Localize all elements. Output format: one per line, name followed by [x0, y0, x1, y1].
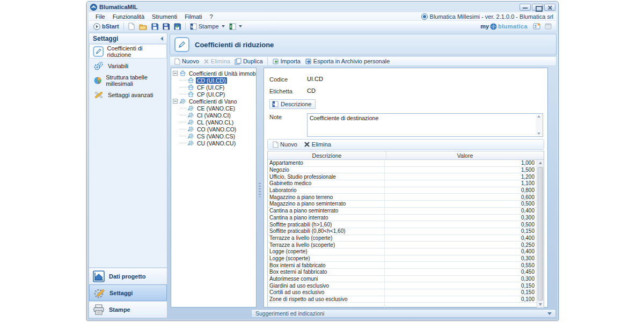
table-row[interactable]: Logge (scoperte) 0,300	[268, 255, 537, 262]
table-row[interactable]: Box esterni al fabbricato 0,450	[268, 269, 537, 276]
tree-item[interactable]: CL (VANO.CL)	[172, 119, 255, 126]
cell-valore[interactable]: 0,300	[385, 255, 537, 262]
cell-descrizione[interactable]: Magazzino a piano terreno	[268, 194, 385, 200]
cell-descrizione[interactable]: Cantina a piano seminterrato	[268, 208, 385, 214]
stampe-dropdown[interactable]: Stampe	[188, 23, 227, 31]
cell-valore[interactable]: 0,800	[385, 187, 537, 194]
cell-valore[interactable]: 0,450	[385, 269, 537, 275]
cell-valore[interactable]: 0,300	[385, 276, 537, 282]
title-bar[interactable]: BlumaticaMIL	[87, 2, 558, 11]
menu-strumenti[interactable]: Strumenti	[148, 13, 181, 20]
scroll-down-icon[interactable]	[539, 303, 542, 306]
tree-item[interactable]: CD (UI.CD)	[172, 77, 255, 84]
tree-expander-icon[interactable]	[173, 71, 178, 76]
save-export-button[interactable]	[172, 23, 183, 31]
cell-valore[interactable]: 0,250	[385, 241, 537, 248]
cell-valore[interactable]: 0,600	[385, 194, 537, 200]
table-row[interactable]: Laboratorio 0,800	[268, 187, 537, 194]
bstart-button[interactable]: bStart	[91, 23, 121, 31]
tree-item-label[interactable]: CD (UI.CD)	[196, 77, 227, 84]
table-row[interactable]: Giardini ad uso esclusivo 0,150	[268, 282, 537, 289]
duplica-button[interactable]: Duplica	[232, 57, 265, 65]
note-scrollbar[interactable]	[536, 114, 542, 136]
table-row[interactable]: Terrazze a livello (coperte) 0,400	[268, 235, 537, 242]
cell-valore[interactable]: 0,100	[385, 296, 537, 303]
table-row[interactable]: Zone di rispetto ad uso esclusivo 0,100	[268, 296, 537, 303]
table-row[interactable]: Autorimesse comuni 0,300	[268, 276, 537, 283]
elimina-button[interactable]: Elimina	[201, 57, 232, 65]
table-row[interactable]: Ufficio, Studio professionale 1,200	[268, 173, 537, 180]
minimize-button[interactable]	[519, 4, 531, 11]
menu-filmati[interactable]: Filmati	[181, 13, 206, 20]
open-button[interactable]	[137, 23, 149, 31]
cell-descrizione[interactable]: Ufficio, Studio professionale	[268, 173, 385, 180]
cell-descrizione[interactable]: Cortili ad uso esclusivo	[268, 289, 385, 296]
tree-item-label[interactable]: Coefficienti di Vano	[188, 98, 238, 105]
cell-descrizione[interactable]: Logge (scoperte)	[268, 255, 385, 262]
cell-valore[interactable]: 0,150	[385, 282, 537, 289]
save-button[interactable]	[149, 23, 160, 31]
panel-toggle-button[interactable]	[543, 23, 554, 30]
table-nuovo-button[interactable]: Nuovo	[270, 141, 299, 149]
sidebar-item-settaggi-avanzati[interactable]: Settaggi avanzati	[89, 87, 167, 102]
cell-valore[interactable]: 0,400	[385, 248, 537, 255]
sidebar-item-coefficienti-di-riduzione[interactable]: Coefficienti di riduzione	[89, 44, 167, 58]
cell-descrizione[interactable]: Appartamento	[268, 160, 385, 166]
tree-item-label[interactable]: CO (VANO.CO)	[196, 126, 237, 133]
tree-item[interactable]: CF (UI.CF)	[172, 84, 255, 91]
tree-item-label[interactable]: Coefficienti di Unità immobiliare	[188, 70, 257, 77]
table-row[interactable]: Cantina a piano interrato 0,300	[268, 215, 537, 222]
sidebar-button-settaggi[interactable]: Settaggi	[89, 284, 167, 301]
tree-item-label[interactable]: CL (VANO.CL)	[196, 119, 235, 126]
tree-item[interactable]: Coefficienti di Vano	[172, 98, 255, 105]
nuovo-button[interactable]: Nuovo	[172, 57, 201, 65]
sidebar-item-variabili[interactable]: Variabili	[89, 58, 167, 73]
descrizione-button[interactable]: Descrizione	[269, 99, 316, 109]
table-row[interactable]: Logge (coperte) 0,400	[268, 248, 537, 255]
sidebar-header[interactable]: Settaggi	[89, 33, 167, 44]
sidebar-button-stampe[interactable]: Stampe	[89, 301, 167, 318]
collapse-icon[interactable]	[160, 36, 163, 41]
tree-item[interactable]: CE (VANO.CE)	[172, 105, 255, 112]
cell-valore[interactable]: 0,500	[385, 201, 537, 207]
status-bar[interactable]: Suggerimenti ed indicazioni	[251, 309, 556, 318]
cell-descrizione[interactable]: Autorimesse comuni	[268, 276, 385, 282]
cell-valore[interactable]: 1,500	[385, 167, 537, 173]
new-button[interactable]	[126, 22, 137, 31]
cell-descrizione[interactable]: Logge (coperte)	[268, 248, 385, 255]
save-all-button[interactable]	[160, 23, 172, 31]
table-row[interactable]: Appartamento 1,000	[268, 160, 537, 167]
note-field[interactable]: Coefficiente di destinazione	[307, 113, 543, 137]
cell-valore[interactable]: 0,300	[385, 215, 537, 221]
table-elimina-button[interactable]: Elimina	[302, 141, 333, 148]
chevron-down-icon[interactable]	[547, 312, 552, 315]
table-scrollbar[interactable]	[537, 160, 544, 308]
table-row[interactable]: Soffitte praticabili (0,80<h<1,60) 0,150	[268, 228, 537, 235]
cell-valore[interactable]: 0,150	[385, 228, 537, 235]
cell-valore[interactable]: 0,400	[385, 208, 537, 214]
tree-item[interactable]: CU (VANO.CU)	[172, 140, 255, 147]
tree-item[interactable]: CI (VANO.CI)	[172, 112, 255, 119]
cell-descrizione[interactable]: Laboratorio	[268, 187, 385, 194]
table-row[interactable]: Negozio 1,500	[268, 167, 537, 174]
table-row[interactable]: Terrazze a livello (scoperte) 0,250	[268, 241, 537, 248]
cell-descrizione[interactable]: Zone di rispetto ad uso esclusivo	[268, 296, 385, 303]
tree-item-label[interactable]: CI (VANO.CI)	[196, 112, 232, 119]
cell-valore[interactable]: 0,500	[385, 221, 537, 228]
cell-descrizione[interactable]: Soffitte praticabili (h>1,60)	[268, 221, 385, 228]
cell-descrizione[interactable]: Terrazze a livello (coperte)	[268, 235, 385, 241]
table-row[interactable]: Box interni al fabbricato 0,550	[268, 262, 537, 269]
cell-descrizione[interactable]: Terrazze a livello (scoperte)	[268, 241, 385, 248]
table-row[interactable]: Cantina a piano seminterrato 0,400	[268, 208, 537, 215]
tree-item-label[interactable]: CS (VANO.CS)	[196, 133, 236, 140]
esporta-button[interactable]: Esporta in Archivio personale	[303, 57, 392, 65]
cell-valore[interactable]: 0,550	[385, 262, 537, 268]
sidebar-item-struttura-tabelle-millesimali[interactable]: Struttura tabelle millesimali	[89, 73, 167, 87]
column-header-descrizione[interactable]: Descrizione	[268, 151, 386, 159]
maximize-button[interactable]	[532, 4, 543, 11]
table-row[interactable]: Cortili ad uso esclusivo 0,150	[268, 289, 537, 296]
close-button[interactable]	[544, 4, 555, 11]
tree-item[interactable]: Coefficienti di Unità immobiliare	[172, 70, 255, 77]
excel-dropdown[interactable]	[227, 23, 244, 31]
menu-file[interactable]: File	[92, 13, 109, 20]
